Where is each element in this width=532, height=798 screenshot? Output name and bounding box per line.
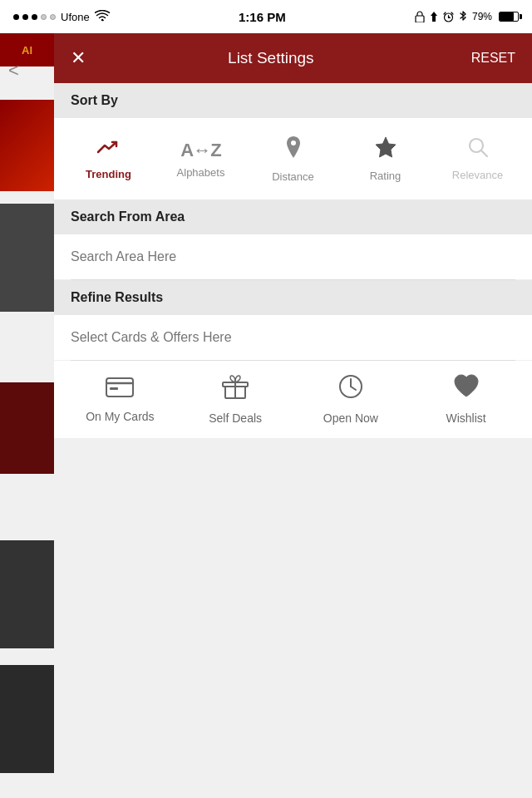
sort-rating-label: Rating bbox=[370, 170, 401, 182]
filter-open-now[interactable]: Open Now bbox=[305, 374, 397, 425]
svg-rect-1 bbox=[416, 16, 424, 22]
bg-card-5 bbox=[0, 665, 54, 773]
sort-relevance[interactable]: Relevance bbox=[441, 136, 515, 181]
header-title: List Settings bbox=[96, 49, 446, 67]
search-area-section bbox=[54, 234, 532, 279]
filter-wishlist-label: Wishlist bbox=[446, 411, 486, 425]
filter-self-deals-label: Self Deals bbox=[209, 411, 262, 425]
wifi-icon bbox=[95, 10, 110, 24]
background-panel: Al < bbox=[0, 33, 54, 798]
filter-open-now-label: Open Now bbox=[323, 411, 378, 425]
card-icon bbox=[106, 376, 134, 403]
dot4 bbox=[41, 14, 47, 20]
status-time: 1:16 PM bbox=[239, 10, 286, 24]
alarm-icon bbox=[443, 12, 454, 22]
main-panel: ✕ List Settings RESET Sort By Trending A… bbox=[54, 33, 532, 798]
bg-card-3 bbox=[0, 382, 54, 474]
sort-alphabets-label: Alphabets bbox=[177, 166, 225, 179]
sort-distance-label: Distance bbox=[272, 170, 314, 183]
spacer bbox=[54, 438, 532, 798]
filter-self-deals[interactable]: Self Deals bbox=[190, 374, 281, 425]
signal-dots bbox=[13, 14, 56, 20]
search-area-label: Search From Area bbox=[54, 200, 532, 234]
back-arrow-icon[interactable]: < bbox=[8, 60, 19, 81]
alphabets-icon: A↔Z bbox=[180, 140, 220, 161]
refine-input[interactable] bbox=[71, 327, 515, 348]
rating-icon bbox=[374, 135, 397, 165]
dot3 bbox=[32, 14, 37, 20]
filter-on-my-cards-label: On My Cards bbox=[86, 410, 154, 423]
trending-icon bbox=[96, 137, 121, 163]
status-left: Ufone bbox=[13, 10, 110, 24]
svg-point-3 bbox=[291, 140, 296, 145]
sort-rating[interactable]: Rating bbox=[348, 135, 423, 182]
svg-rect-7 bbox=[106, 378, 133, 397]
header: ✕ List Settings RESET bbox=[54, 33, 532, 83]
battery-percent: 79% bbox=[472, 11, 492, 22]
battery-fill bbox=[500, 12, 514, 21]
dot1 bbox=[13, 14, 19, 20]
reset-button[interactable]: RESET bbox=[471, 51, 515, 66]
dot2 bbox=[22, 14, 28, 20]
filter-wishlist[interactable]: Wishlist bbox=[421, 374, 512, 425]
sort-by-label: Sort By bbox=[54, 83, 532, 118]
status-bar: Ufone 1:16 PM bbox=[0, 0, 532, 33]
sort-trending-label: Trending bbox=[86, 168, 131, 180]
status-right: 79% bbox=[415, 11, 519, 22]
sort-trending[interactable]: Trending bbox=[71, 137, 146, 180]
lock-icon bbox=[415, 11, 425, 22]
filter-bar: On My Cards Self Deals bbox=[54, 361, 532, 438]
relevance-icon bbox=[467, 136, 489, 164]
distance-icon bbox=[283, 135, 303, 165]
battery-icon bbox=[499, 12, 519, 22]
dot5 bbox=[50, 14, 56, 20]
filter-on-my-cards[interactable]: On My Cards bbox=[74, 376, 165, 423]
bg-card-1 bbox=[0, 100, 54, 191]
sort-alphabets[interactable]: A↔Z Alphabets bbox=[164, 140, 239, 179]
bluetooth-icon bbox=[459, 11, 467, 22]
sort-by-section: Trending A↔Z Alphabets Distance bbox=[54, 118, 532, 200]
svg-marker-4 bbox=[376, 137, 396, 157]
location-icon bbox=[430, 11, 438, 22]
gift-icon bbox=[222, 374, 249, 405]
clock-icon bbox=[338, 374, 363, 405]
heart-icon bbox=[453, 374, 480, 405]
svg-point-0 bbox=[101, 18, 103, 20]
svg-rect-9 bbox=[110, 387, 118, 390]
close-button[interactable]: ✕ bbox=[71, 47, 96, 69]
sort-distance[interactable]: Distance bbox=[256, 135, 331, 183]
refine-results-label: Refine Results bbox=[54, 280, 532, 315]
bg-card-2 bbox=[0, 204, 54, 312]
svg-line-6 bbox=[481, 150, 487, 156]
sort-relevance-label: Relevance bbox=[452, 169, 503, 181]
carrier-label: Ufone bbox=[61, 11, 90, 23]
search-area-input[interactable] bbox=[71, 246, 515, 268]
refine-section bbox=[54, 315, 532, 360]
bg-card-4 bbox=[0, 540, 54, 648]
svg-line-15 bbox=[351, 387, 356, 390]
